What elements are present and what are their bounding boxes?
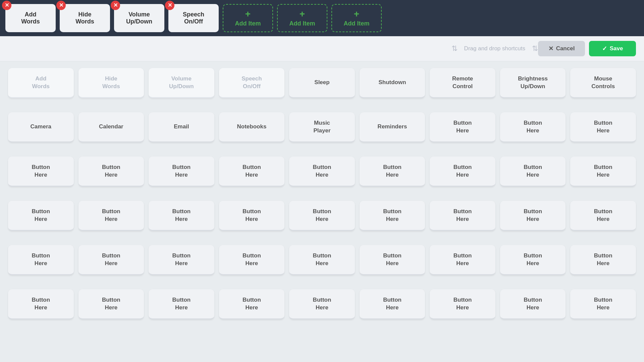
grid-btn-r5-c1[interactable]: Button Here [78, 289, 144, 319]
grid-btn-r2-c6[interactable]: Button Here [430, 157, 495, 187]
grid-btn-r2-c2[interactable]: Button Here [149, 157, 214, 187]
add-item-btn-add-item-1[interactable]: +Add Item [223, 4, 273, 32]
grid-btn-r2-c1[interactable]: Button Here [78, 157, 144, 187]
grid-btn-r4-c8[interactable]: Button Here [570, 245, 636, 275]
row-gap [8, 236, 636, 240]
top-bar: ✕Add Words✕Hide Words✕Volume Up/Down✕Spe… [0, 0, 644, 36]
grid-btn-r1-c6[interactable]: Button Here [430, 112, 495, 142]
grid-btn-r0-c8[interactable]: Mouse Controls [570, 68, 636, 98]
grid-btn-r4-c2[interactable]: Button Here [149, 245, 214, 275]
grid-btn-r4-c5[interactable]: Button Here [360, 245, 425, 275]
grid-btn-r3-c4[interactable]: Button Here [289, 201, 355, 231]
plus-icon: + [354, 9, 359, 19]
grid-btn-r0-c5[interactable]: Shutdown [360, 68, 425, 98]
add-item-label: Add Item [343, 20, 369, 27]
grid-btn-r3-c8[interactable]: Button Here [570, 201, 636, 231]
row-gap [8, 103, 636, 108]
grid-btn-r1-c5[interactable]: Reminders [360, 112, 425, 142]
grid-btn-r2-c0[interactable]: Button Here [8, 157, 74, 187]
topbar-item-hide-words[interactable]: ✕Hide Words [60, 4, 110, 32]
main-content: Add WordsHide WordsVolume Up/DownSpeech … [0, 61, 644, 326]
grid-btn-r0-c6[interactable]: Remote Control [430, 68, 495, 98]
remove-btn-add-words[interactable]: ✕ [2, 1, 11, 10]
remove-btn-hide-words[interactable]: ✕ [56, 1, 66, 10]
grid-btn-r0-c0[interactable]: Add Words [8, 68, 74, 98]
grid-btn-r1-c0[interactable]: Camera [8, 112, 74, 142]
grid-btn-r5-c4[interactable]: Button Here [289, 289, 355, 319]
grid-btn-r3-c0[interactable]: Button Here [8, 201, 74, 231]
grid-btn-r3-c2[interactable]: Button Here [149, 201, 214, 231]
grid-btn-r0-c2[interactable]: Volume Up/Down [149, 68, 214, 98]
plus-icon: + [300, 9, 305, 19]
grid-btn-r1-c2[interactable]: Email [149, 112, 214, 142]
add-item-btn-add-item-2[interactable]: +Add Item [277, 4, 327, 32]
drag-bar: ⇅ Drag and drop shortcuts ⇅ ✕ Cancel ✓ S… [0, 36, 644, 61]
grid-btn-r1-c7[interactable]: Button Here [500, 112, 566, 142]
plus-icon: + [245, 9, 251, 19]
drag-bar-text: Drag and drop shortcuts [464, 45, 525, 52]
grid-btn-r2-c3[interactable]: Button Here [219, 157, 285, 187]
grid-btn-r1-c4[interactable]: Music Player [289, 112, 355, 142]
grid-btn-r5-c7[interactable]: Button Here [500, 289, 566, 319]
row-gap [8, 280, 636, 285]
grid-btn-r3-c7[interactable]: Button Here [500, 201, 566, 231]
button-grid: Add WordsHide WordsVolume Up/DownSpeech … [8, 68, 636, 319]
add-item-label: Add Item [235, 20, 261, 27]
topbar-item-speech-onoff[interactable]: ✕Speech On/Off [168, 4, 219, 32]
drag-bar-center: ⇅ Drag and drop shortcuts ⇅ [451, 44, 538, 53]
save-label: Save [610, 45, 623, 52]
topbar-item-volume-updown[interactable]: ✕Volume Up/Down [114, 4, 164, 32]
row-gap [8, 147, 636, 152]
grid-btn-r3-c3[interactable]: Button Here [219, 201, 285, 231]
save-button[interactable]: ✓ Save [589, 41, 636, 56]
row-gap [8, 191, 636, 196]
remove-btn-volume-updown[interactable]: ✕ [111, 1, 120, 10]
grid-btn-r4-c4[interactable]: Button Here [289, 245, 355, 275]
grid-btn-r4-c0[interactable]: Button Here [8, 245, 74, 275]
grid-btn-r4-c7[interactable]: Button Here [500, 245, 566, 275]
topbar-item-label-volume-updown: Volume Up/Down [126, 11, 152, 25]
grid-btn-r2-c4[interactable]: Button Here [289, 157, 355, 187]
grid-btn-r2-c7[interactable]: Button Here [500, 157, 566, 187]
grid-btn-r4-c3[interactable]: Button Here [219, 245, 285, 275]
topbar-item-add-words[interactable]: ✕Add Words [5, 4, 56, 32]
grid-btn-r5-c2[interactable]: Button Here [149, 289, 214, 319]
topbar-item-label-add-words: Add Words [21, 11, 40, 25]
add-item-label: Add Item [289, 20, 315, 27]
grid-btn-r0-c4[interactable]: Sleep [289, 68, 355, 98]
grid-btn-r2-c8[interactable]: Button Here [570, 157, 636, 187]
topbar-item-label-speech-onoff: Speech On/Off [183, 11, 204, 25]
grid-btn-r3-c6[interactable]: Button Here [430, 201, 495, 231]
save-check-icon: ✓ [602, 45, 607, 52]
grid-btn-r4-c1[interactable]: Button Here [78, 245, 144, 275]
grid-btn-r5-c5[interactable]: Button Here [360, 289, 425, 319]
grid-btn-r5-c8[interactable]: Button Here [570, 289, 636, 319]
grid-btn-r3-c5[interactable]: Button Here [360, 201, 425, 231]
grid-btn-r1-c8[interactable]: Button Here [570, 112, 636, 142]
grid-btn-r2-c5[interactable]: Button Here [360, 157, 425, 187]
grid-btn-r0-c7[interactable]: Brightness Up/Down [500, 68, 566, 98]
cancel-label: Cancel [556, 45, 575, 52]
grid-btn-r5-c6[interactable]: Button Here [430, 289, 495, 319]
grid-btn-r1-c3[interactable]: Notebooks [219, 112, 285, 142]
cancel-x-icon: ✕ [548, 45, 553, 52]
topbar-item-label-hide-words: Hide Words [75, 11, 94, 25]
add-item-btn-add-item-3[interactable]: +Add Item [331, 4, 382, 32]
drag-bar-actions: ✕ Cancel ✓ Save [538, 41, 636, 56]
drag-icon-right: ⇅ [532, 44, 538, 53]
grid-btn-r3-c1[interactable]: Button Here [78, 201, 144, 231]
grid-btn-r1-c1[interactable]: Calendar [78, 112, 144, 142]
grid-btn-r0-c1[interactable]: Hide Words [78, 68, 144, 98]
remove-btn-speech-onoff[interactable]: ✕ [165, 1, 174, 10]
grid-btn-r5-c0[interactable]: Button Here [8, 289, 74, 319]
drag-icon-left: ⇅ [451, 44, 458, 53]
cancel-button[interactable]: ✕ Cancel [538, 41, 585, 56]
grid-btn-r4-c6[interactable]: Button Here [430, 245, 495, 275]
grid-btn-r5-c3[interactable]: Button Here [219, 289, 285, 319]
grid-btn-r0-c3[interactable]: Speech On/Off [219, 68, 285, 98]
